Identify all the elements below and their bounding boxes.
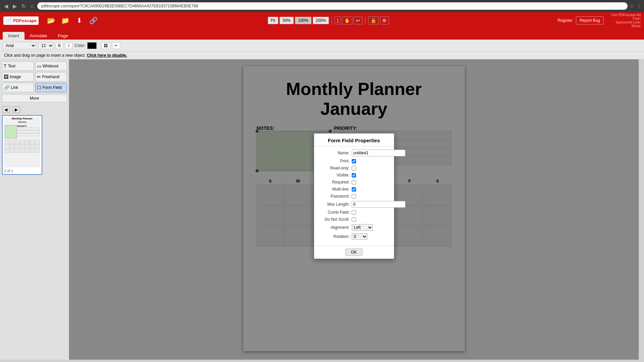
insert-formfield-label: Form Field bbox=[43, 85, 62, 90]
menu-icon[interactable]: ⋮ bbox=[637, 3, 641, 9]
ad-free-notice: Use PDFescape Ad Free!Sponsored Links Be… bbox=[607, 13, 641, 28]
thumbnail-nav: ◀ ▶ bbox=[2, 106, 67, 113]
tab-insert[interactable]: Insert bbox=[3, 32, 24, 40]
combfield-checkbox[interactable] bbox=[352, 210, 356, 215]
info-link[interactable]: Click here to disable. bbox=[87, 53, 127, 58]
font-select[interactable]: Arial bbox=[3, 42, 36, 49]
insert-link-label: Link bbox=[11, 85, 18, 90]
app-logo-text: PDFescape bbox=[13, 18, 37, 23]
ok-button[interactable]: OK bbox=[345, 249, 362, 256]
zoom-toolbar: Fit 50% 100% 200% | ✋ ↩ 🔒 ⚙ bbox=[102, 16, 554, 24]
zoom-100-button[interactable]: 100% bbox=[295, 17, 311, 24]
star-icon[interactable]: ☆ bbox=[630, 3, 634, 9]
crop-icon[interactable]: ✂ bbox=[112, 42, 120, 49]
color-picker[interactable] bbox=[87, 42, 97, 49]
tab-page[interactable]: Page bbox=[53, 32, 73, 40]
insert-text-button[interactable]: T Text bbox=[2, 61, 34, 71]
insert-grid: T Text ▭ Whiteout 🖼 Image ✏ Freehand 🔗 L… bbox=[2, 61, 67, 92]
maxlength-label: Max Length: bbox=[319, 202, 350, 207]
readonly-label: Read-only: bbox=[319, 166, 350, 170]
share-icon[interactable]: 🔗 bbox=[88, 15, 99, 26]
sub-toolbar: Arial 12 B I Color: 🖼 ✂ bbox=[0, 40, 644, 52]
insert-link-button[interactable]: 🔗 Link bbox=[2, 83, 34, 92]
donotscroll-checkbox[interactable] bbox=[352, 217, 356, 222]
zoom-200-button[interactable]: 200% bbox=[313, 17, 329, 24]
dialog-row-rotation: Rotation: 0 90 180 270 bbox=[319, 233, 389, 240]
donotscroll-label: Do Not Scroll: bbox=[319, 217, 350, 222]
info-text: Click and drag on page to insert a new o… bbox=[4, 53, 86, 58]
readonly-checkbox[interactable] bbox=[352, 166, 356, 170]
multiline-label: Multi-line: bbox=[319, 187, 350, 192]
thumb-subtitle: January bbox=[4, 121, 40, 123]
dialog-row-maxlength: Max Length: bbox=[319, 201, 389, 208]
app-logo: 📄 PDFescape bbox=[3, 16, 39, 25]
alignment-label: Alignment: bbox=[319, 225, 350, 230]
main-layout: T Text ▭ Whiteout 🖼 Image ✏ Freehand 🔗 L… bbox=[0, 59, 644, 360]
thumbnail-box[interactable]: Monthly Planner January PRIORITY: bbox=[2, 115, 42, 175]
cursor-icon[interactable]: | bbox=[335, 16, 341, 24]
bold-button[interactable]: B bbox=[56, 42, 63, 49]
insert-panel: T Text ▭ Whiteout 🖼 Image ✏ Freehand 🔗 L… bbox=[0, 59, 69, 360]
next-page-button[interactable]: ▶ bbox=[12, 106, 20, 113]
dialog-body: Name: Print: Read-only: Visible: bbox=[314, 146, 394, 246]
dialog-footer: OK bbox=[314, 246, 394, 259]
dialog-row-combfield: Comb Field: bbox=[319, 210, 389, 215]
dialog-row-multiline: Multi-line: bbox=[319, 187, 389, 192]
zoom-50-button[interactable]: 50% bbox=[280, 17, 294, 24]
content-area: Monthly Planner January NOTES: PRIORITY bbox=[69, 59, 639, 360]
name-input[interactable] bbox=[352, 150, 405, 156]
hand-icon[interactable]: ✋ bbox=[342, 16, 352, 24]
settings-icon[interactable]: ⚙ bbox=[380, 16, 389, 24]
font-size-select[interactable]: 12 bbox=[38, 42, 54, 49]
rotation-select[interactable]: 0 90 180 270 bbox=[352, 233, 367, 240]
dialog-row-visible: Visible: bbox=[319, 173, 389, 177]
pdf-icon: 📄 bbox=[5, 17, 12, 24]
lock-icon[interactable]: 🔒 bbox=[368, 16, 379, 24]
undo-icon[interactable]: ↩ bbox=[354, 16, 362, 24]
form-field-properties-dialog: Form Field Properties Name: Print: Read-… bbox=[314, 133, 394, 259]
info-bar: Click and drag on page to insert a new o… bbox=[0, 52, 644, 59]
browser-icons: ☆ ⋮ bbox=[630, 3, 641, 9]
rotation-label: Rotation: bbox=[319, 234, 350, 239]
insert-text-label: Text bbox=[8, 64, 15, 68]
visible-checkbox[interactable] bbox=[352, 173, 356, 177]
fit-button[interactable]: Fit bbox=[268, 17, 278, 24]
text-icon: T bbox=[4, 63, 7, 69]
url-bar[interactable] bbox=[37, 2, 628, 10]
alignment-select[interactable]: Left Center Right bbox=[352, 224, 373, 231]
tab-annotate[interactable]: Annotate bbox=[24, 32, 53, 40]
toolbar-separator bbox=[332, 16, 332, 24]
download-icon[interactable]: ⬇ bbox=[73, 15, 85, 26]
dialog-title: Form Field Properties bbox=[314, 134, 394, 146]
report-bug-button[interactable]: Report Bug bbox=[576, 16, 604, 24]
insert-formfield-button[interactable]: ☐ Form Field bbox=[35, 83, 67, 92]
folder-open-icon[interactable]: 📂 bbox=[45, 15, 57, 26]
italic-button[interactable]: I bbox=[65, 42, 72, 49]
prev-page-button[interactable]: ◀ bbox=[2, 106, 10, 113]
insert-freehand-label: Freehand bbox=[42, 74, 59, 79]
print-checkbox[interactable] bbox=[352, 159, 356, 163]
image-icon[interactable]: 🖼 bbox=[101, 42, 110, 49]
link-icon: 🔗 bbox=[4, 85, 9, 90]
image-insert-icon: 🖼 bbox=[4, 74, 8, 80]
insert-image-button[interactable]: 🖼 Image bbox=[2, 72, 34, 82]
folder-icon[interactable]: 📁 bbox=[59, 15, 71, 26]
print-label: Print: bbox=[319, 159, 350, 163]
dialog-row-donotscroll: Do Not Scroll: bbox=[319, 217, 389, 222]
password-checkbox[interactable] bbox=[352, 194, 356, 199]
required-checkbox[interactable] bbox=[352, 180, 356, 185]
forward-button[interactable]: ▶ bbox=[11, 2, 18, 10]
insert-image-label: Image bbox=[10, 74, 21, 79]
more-button[interactable]: More bbox=[2, 94, 67, 102]
insert-freehand-button[interactable]: ✏ Freehand bbox=[35, 72, 67, 82]
dialog-row-name: Name: bbox=[319, 150, 389, 156]
insert-whiteout-button[interactable]: ▭ Whiteout bbox=[35, 61, 67, 71]
home-button[interactable]: ⌂ bbox=[29, 2, 35, 10]
toolbar-separator-2 bbox=[365, 16, 365, 24]
back-button[interactable]: ◀ bbox=[3, 2, 9, 10]
maxlength-input[interactable] bbox=[352, 201, 405, 208]
register-button[interactable]: Register bbox=[558, 18, 573, 23]
multiline-checkbox[interactable] bbox=[352, 187, 356, 192]
refresh-button[interactable]: ↻ bbox=[20, 2, 27, 10]
thumbnail-page-label: 1 of 1 bbox=[4, 169, 40, 173]
